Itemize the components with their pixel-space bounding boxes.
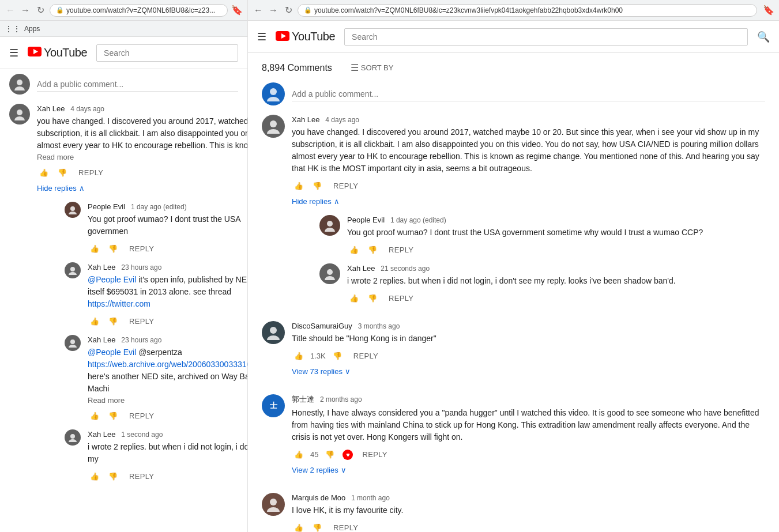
reply-time-people-evil-left: 1 day ago (edited) [131, 203, 187, 211]
address-bar-right[interactable]: 🔒 youtube.com/watch?v=ZQM0NL6fBU8&lc=z23… [298, 4, 757, 17]
reply-btn-disco-right[interactable]: REPLY [349, 349, 383, 363]
reply-btn-guo-right[interactable]: REPLY [357, 448, 392, 461]
add-comment-input-left[interactable] [37, 77, 238, 92]
reply-btn-xah-lee-right[interactable]: REPLY [329, 179, 363, 193]
thumb-up-xah-23h-left[interactable]: 👍 [88, 315, 101, 328]
comment-author-disco-right: DiscoSamuraiGuy [292, 322, 352, 330]
thumb-down-icon: 👎 [58, 168, 67, 177]
reply-btn-xah-23h2-left[interactable]: REPLY [125, 409, 159, 422]
thumb-down-btn-marquis-right[interactable]: 👎 [310, 521, 324, 532]
thumb-down-xah-1s-left[interactable]: 👎 [106, 470, 120, 483]
reply-btn-people-evil-left[interactable]: REPLY [125, 242, 159, 255]
thumb-up-xah-23h2-left[interactable]: 👍 [88, 409, 101, 422]
comment-author-xah-lee-right: Xah Lee [292, 115, 319, 124]
reply-time-xah-23h2-left: 23 hours ago [121, 336, 161, 344]
thumb-down-btn-xah-lee-right[interactable]: 👎 [310, 179, 324, 193]
comment-text-xah-lee-left: you have changed. I discovered you aroun… [37, 115, 247, 152]
forward-button-left[interactable]: → [20, 5, 31, 16]
thumb-up-btn-disco-right[interactable]: 👍 [292, 349, 306, 363]
read-more-xah-23h2-left[interactable]: Read more [88, 396, 247, 405]
archive-link-left[interactable]: https://web.archive.org/web/200603300333… [88, 360, 247, 369]
add-comment-input-right[interactable] [292, 87, 765, 101]
thumb-up-btn-marquis-right[interactable]: 👍 [292, 521, 306, 532]
thumb-down-btn-guo-right[interactable]: 👎 [323, 448, 337, 461]
thumb-up-xah-21s-right[interactable]: 👍 [347, 292, 361, 305]
hide-replies-btn-right[interactable]: Hide replies ∧ [292, 195, 340, 208]
hamburger-icon-left[interactable]: ☰ [9, 47, 18, 59]
thumb-up-people-evil-right[interactable]: 👍 [347, 243, 361, 256]
comment-time-xah-lee-left: 4 days ago [70, 105, 104, 113]
thumb-up-icon: 👍 [294, 182, 303, 190]
reply-btn-xah-lee-left[interactable]: REPLY [74, 166, 108, 179]
read-more-xah-lee-left[interactable]: Read more [37, 153, 247, 161]
thumb-down-icon: 👎 [368, 294, 377, 303]
apps-label: Apps [24, 25, 40, 33]
yt-logo-left[interactable]: YouTube [28, 46, 87, 59]
yt-logo-icon-right [276, 31, 289, 43]
reply-xah-lee-23h-left: Xah Lee 23 hours ago @People Evil it's o… [65, 262, 247, 328]
comment-text-guo-right: Honestly, I have always considered you a… [292, 407, 765, 443]
thumb-down-xah-23h2-left[interactable]: 👎 [106, 409, 120, 422]
thumb-up-btn-guo-right[interactable]: 👍 [292, 448, 306, 461]
thumb-up-people-evil-left[interactable]: 👍 [88, 242, 101, 255]
thumb-up-btn-xah-lee-left[interactable]: 👍 [37, 166, 51, 179]
back-button-right[interactable]: ← [253, 5, 264, 16]
replies-section-right: People Evil 1 day ago (edited) You got p… [319, 215, 765, 305]
view-replies-btn-guo-right[interactable]: View 2 replies ∨ [292, 463, 347, 477]
search-input-right[interactable] [344, 28, 748, 46]
thumb-up-btn-xah-lee-right[interactable]: 👍 [292, 179, 306, 193]
reply-btn-marquis-right[interactable]: REPLY [329, 521, 363, 532]
thumb-up-icon: 👍 [90, 472, 99, 481]
reply-author-xah-21s-right: Xah Lee [347, 264, 375, 273]
svg-point-7 [69, 212, 77, 214]
reply-author-xah-1s-left: Xah Lee [88, 430, 115, 439]
reply-btn-xah-23h-left[interactable]: REPLY [125, 315, 159, 328]
reply-time-xah-1s-left: 1 second ago [121, 431, 163, 439]
thumb-up-icon: 👍 [294, 450, 303, 459]
lock-icon-right: 🔒 [304, 6, 312, 14]
address-bar-left[interactable]: 🔒 youtube.com/watch?v=ZQM0NL6fBU8&lc=z23… [50, 4, 228, 17]
hamburger-icon-right[interactable]: ☰ [257, 31, 266, 43]
reply-text-xah-1s-left: i wrote 2 replies. but when i did not lo… [88, 441, 247, 465]
thumb-down-people-evil-right[interactable]: 👎 [366, 243, 379, 256]
back-button-left[interactable]: ← [5, 5, 16, 16]
reload-button-left[interactable]: ↻ [35, 5, 46, 16]
reply-btn-xah-21s-right[interactable]: REPLY [384, 292, 418, 305]
svg-point-26 [270, 499, 277, 505]
twitter-link-left[interactable]: https://twitter.com [88, 299, 150, 308]
thumb-down-people-evil-left[interactable]: 👎 [106, 242, 120, 255]
guo-avatar-right: 士 [262, 394, 285, 417]
thumb-up-xah-1s-left[interactable]: 👍 [88, 470, 101, 483]
search-input-left[interactable] [96, 44, 238, 62]
replies-section-left: People Evil 1 day ago (edited) You got p… [65, 202, 247, 483]
svg-point-24 [270, 327, 277, 334]
thumb-down-btn-xah-lee-left[interactable]: 👎 [55, 166, 69, 179]
sort-by-right[interactable]: ☰ SORT BY [351, 62, 394, 73]
thumb-up-icon: 👍 [90, 317, 99, 326]
sort-icon-right: ☰ [351, 62, 359, 73]
thumb-down-btn-disco-right[interactable]: 👎 [330, 349, 344, 363]
search-icon-right[interactable]: 🔍 [757, 31, 770, 43]
yt-logo-right[interactable]: YouTube [276, 30, 335, 43]
view-replies-btn-disco-right[interactable]: View 73 replies ∨ [292, 365, 351, 378]
reload-button-right[interactable]: ↻ [283, 5, 294, 16]
thumb-down-xah-23h-left[interactable]: 👎 [106, 315, 120, 328]
lock-icon-left: 🔒 [56, 6, 64, 14]
thumb-up-icon: 👍 [349, 294, 359, 303]
xah-lee-avatar-left [9, 104, 30, 124]
thumb-down-xah-21s-right[interactable]: 👎 [366, 292, 379, 305]
comment-author-guo-right: 郭士達 [292, 395, 314, 403]
left-panel: ← → ↻ 🔒 youtube.com/watch?v=ZQM0NL6fBU8&… [0, 0, 248, 532]
reply-btn-xah-1s-left[interactable]: REPLY [125, 470, 159, 483]
svg-point-23 [325, 276, 335, 280]
svg-point-27 [267, 507, 280, 512]
forward-button-right[interactable]: → [268, 5, 279, 16]
url-right: youtube.com/watch?v=ZQM0NL6fBU8&lc=z23kc… [314, 6, 623, 14]
reply-btn-people-evil-right[interactable]: REPLY [384, 243, 418, 256]
hide-replies-btn-xah-lee-left[interactable]: Hide replies ∧ [37, 182, 85, 195]
comment-block-xah-lee-left: Xah Lee 4 days ago you have changed. I d… [9, 104, 238, 490]
comment-time-marquis-right: 1 month ago [351, 494, 390, 502]
svg-point-20 [327, 221, 333, 227]
reply-time-people-evil-right: 1 day ago (edited) [390, 216, 446, 224]
reply-time-xah-21s-right: 21 seconds ago [381, 265, 430, 273]
